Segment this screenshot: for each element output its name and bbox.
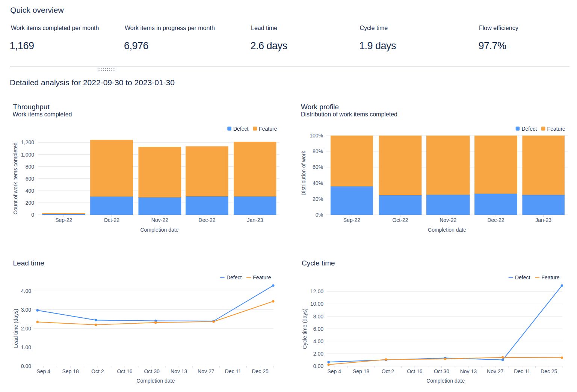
svg-text:Sep-22: Sep-22 xyxy=(343,217,360,223)
svg-text:Dec 25: Dec 25 xyxy=(541,368,557,374)
svg-text:Nov 13: Nov 13 xyxy=(171,368,187,374)
svg-text:Lead time (days): Lead time (days) xyxy=(13,309,19,348)
svg-text:Nov-22: Nov-22 xyxy=(151,217,168,223)
svg-text:Defect: Defect xyxy=(227,274,242,280)
svg-text:Completion date: Completion date xyxy=(140,227,178,233)
svg-text:Feature: Feature xyxy=(253,274,271,280)
svg-text:6.00: 6.00 xyxy=(313,326,323,332)
svg-text:Sep 18: Sep 18 xyxy=(353,368,370,374)
svg-text:Distribution of work: Distribution of work xyxy=(301,151,307,196)
svg-text:Sep 4: Sep 4 xyxy=(36,368,50,374)
svg-text:Nov 13: Nov 13 xyxy=(460,368,477,374)
svg-text:2.00: 2.00 xyxy=(313,351,323,357)
svg-text:Completion date: Completion date xyxy=(428,227,466,233)
svg-text:Defect: Defect xyxy=(515,274,530,280)
svg-text:Cycle time (days): Cycle time (days) xyxy=(302,309,308,349)
svg-text:Count of work items completed: Count of work items completed xyxy=(13,142,19,214)
svg-text:Oct 16: Oct 16 xyxy=(407,368,422,374)
svg-text:Nov 27: Nov 27 xyxy=(487,368,504,374)
svg-text:Defect: Defect xyxy=(521,126,537,132)
svg-text:Sep 4: Sep 4 xyxy=(327,368,341,374)
svg-text:8.00: 8.00 xyxy=(313,314,323,320)
svg-text:Oct 2: Oct 2 xyxy=(91,368,104,374)
svg-text:10.00: 10.00 xyxy=(310,301,323,307)
svg-text:200: 200 xyxy=(26,200,35,206)
svg-text:1,000: 1,000 xyxy=(21,152,34,158)
svg-text:Completion date: Completion date xyxy=(136,378,175,384)
svg-text:Jan-23: Jan-23 xyxy=(247,217,263,223)
svg-text:Oct 16: Oct 16 xyxy=(117,368,132,374)
svg-text:4.00: 4.00 xyxy=(21,288,31,294)
svg-text:80%: 80% xyxy=(313,148,323,154)
svg-text:Nov-22: Nov-22 xyxy=(440,217,456,223)
svg-text:4.00: 4.00 xyxy=(313,338,323,344)
svg-text:1,200: 1,200 xyxy=(21,139,34,145)
svg-text:0.00: 0.00 xyxy=(21,363,31,369)
svg-text:Sep 18: Sep 18 xyxy=(62,368,79,374)
svg-text:Dec-22: Dec-22 xyxy=(487,217,504,223)
svg-text:Feature: Feature xyxy=(547,126,565,132)
svg-text:Oct-22: Oct-22 xyxy=(392,217,408,223)
svg-text:Dec 11: Dec 11 xyxy=(514,368,530,374)
svg-text:Oct 2: Oct 2 xyxy=(382,368,394,374)
svg-text:0.00: 0.00 xyxy=(313,363,323,369)
svg-text:Feature: Feature xyxy=(541,274,559,280)
svg-text:Dec 11: Dec 11 xyxy=(225,368,242,374)
svg-text:600: 600 xyxy=(26,176,35,182)
svg-text:Jan-23: Jan-23 xyxy=(535,217,551,223)
svg-text:3.00: 3.00 xyxy=(21,307,31,313)
svg-text:Nov 27: Nov 27 xyxy=(198,368,214,374)
svg-text:Completion date: Completion date xyxy=(426,378,465,384)
svg-text:Dec 25: Dec 25 xyxy=(252,368,269,374)
svg-text:400: 400 xyxy=(26,188,35,194)
svg-text:1.00: 1.00 xyxy=(21,344,31,350)
svg-text:0%: 0% xyxy=(316,212,323,218)
svg-text:0: 0 xyxy=(31,212,34,218)
svg-text:12.00: 12.00 xyxy=(310,288,323,294)
svg-text:Defect: Defect xyxy=(233,126,249,132)
svg-text:20%: 20% xyxy=(313,196,323,202)
svg-text:100%: 100% xyxy=(310,133,323,139)
svg-text:2.00: 2.00 xyxy=(21,326,31,332)
svg-text:40%: 40% xyxy=(313,180,323,186)
svg-text:Dec-22: Dec-22 xyxy=(198,217,215,223)
svg-text:Oct 30: Oct 30 xyxy=(144,368,159,374)
svg-text:800: 800 xyxy=(26,164,35,170)
svg-text:Feature: Feature xyxy=(259,126,277,132)
svg-text:Oct-22: Oct-22 xyxy=(104,217,119,223)
svg-text:60%: 60% xyxy=(313,164,323,170)
svg-text:Sep-22: Sep-22 xyxy=(55,217,72,223)
svg-text:Oct 30: Oct 30 xyxy=(434,368,449,374)
